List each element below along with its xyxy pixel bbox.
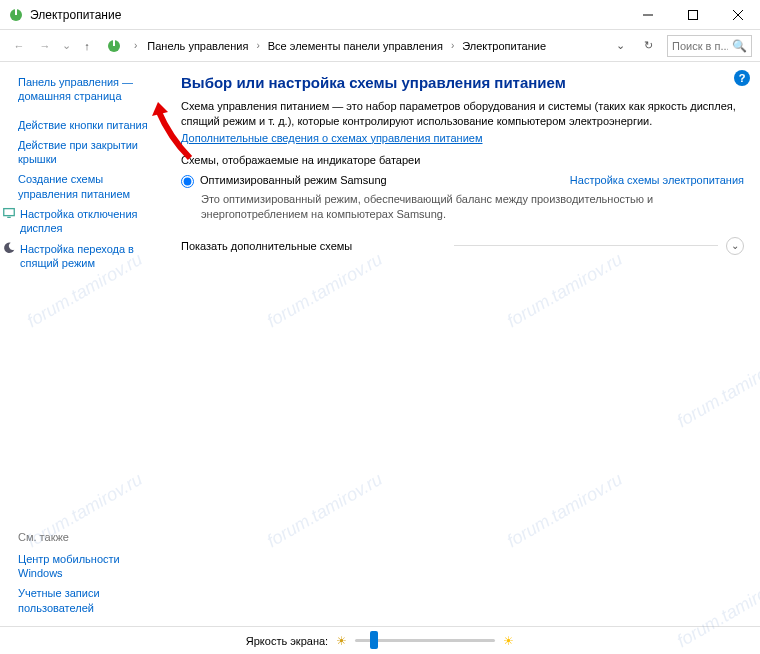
brightness-slider[interactable] bbox=[355, 639, 495, 642]
minimize-button[interactable] bbox=[625, 0, 670, 30]
search-box[interactable]: 🔍 bbox=[667, 35, 752, 57]
slider-thumb[interactable] bbox=[370, 631, 378, 649]
page-description: Схема управления питанием — это набор па… bbox=[181, 99, 744, 130]
chevron-right-icon: › bbox=[451, 40, 454, 51]
help-icon[interactable]: ? bbox=[734, 70, 750, 86]
chevron-right-icon: › bbox=[134, 40, 137, 51]
control-panel-home-link[interactable]: Панель управления — домашняя страница bbox=[18, 72, 157, 107]
chevron-right-icon: › bbox=[256, 40, 259, 51]
learn-more-link[interactable]: Дополнительные сведения о схемах управле… bbox=[181, 132, 483, 144]
close-button[interactable] bbox=[715, 0, 760, 30]
address-dropdown[interactable]: ⌄ bbox=[612, 39, 629, 52]
search-input[interactable] bbox=[672, 40, 728, 52]
page-title: Выбор или настройка схемы управления пит… bbox=[181, 74, 744, 91]
svg-rect-8 bbox=[4, 209, 15, 216]
power-options-icon bbox=[106, 38, 122, 54]
breadcrumb-item[interactable]: Панель управления bbox=[145, 40, 250, 52]
display-icon bbox=[2, 206, 16, 220]
sidebar-link-power-button[interactable]: Действие кнопки питания bbox=[18, 115, 157, 135]
sidebar-link-create-plan[interactable]: Создание схемы управления питанием bbox=[18, 169, 157, 204]
plan-name: Оптимизированный режим Samsung bbox=[200, 174, 564, 186]
user-accounts-link[interactable]: Учетные записи пользователей bbox=[18, 583, 157, 618]
sun-dim-icon: ☀ bbox=[336, 634, 347, 648]
see-also-label: См. также bbox=[18, 531, 157, 543]
brightness-label: Яркость экрана: bbox=[246, 635, 328, 647]
plan-radio-samsung[interactable] bbox=[181, 175, 194, 188]
sun-bright-icon: ☀ bbox=[503, 634, 514, 648]
show-additional-plans[interactable]: Показать дополнительные схемы ⌄ bbox=[181, 237, 744, 255]
svg-rect-3 bbox=[688, 10, 697, 19]
plan-description: Это оптимизированный режим, обеспечивающ… bbox=[201, 192, 744, 223]
chevron-down-icon: ⌄ bbox=[726, 237, 744, 255]
sidebar-link-display-off[interactable]: Настройка отключения дисплея bbox=[20, 204, 157, 239]
moon-icon bbox=[2, 241, 16, 255]
breadcrumb-item[interactable]: Электропитание bbox=[460, 40, 548, 52]
breadcrumb: Панель управления › Все элементы панели … bbox=[145, 35, 608, 57]
plan-settings-link[interactable]: Настройка схемы электропитания bbox=[570, 174, 744, 186]
battery-plans-label: Схемы, отображаемые на индикаторе батаре… bbox=[181, 154, 744, 166]
mobility-center-link[interactable]: Центр мобильности Windows bbox=[18, 549, 157, 584]
svg-rect-1 bbox=[15, 9, 17, 15]
forward-button[interactable]: → bbox=[34, 35, 56, 57]
window-title: Электропитание bbox=[30, 8, 625, 22]
sidebar-link-lid-close[interactable]: Действие при закрытии крышки bbox=[18, 135, 157, 170]
history-dropdown[interactable]: ⌄ bbox=[60, 35, 72, 57]
up-button[interactable]: ↑ bbox=[76, 35, 98, 57]
maximize-button[interactable] bbox=[670, 0, 715, 30]
refresh-button[interactable]: ↻ bbox=[637, 35, 659, 57]
sidebar-link-sleep[interactable]: Настройка перехода в спящий режим bbox=[20, 239, 157, 274]
back-button[interactable]: ← bbox=[8, 35, 30, 57]
power-icon bbox=[8, 7, 24, 23]
search-icon: 🔍 bbox=[732, 39, 747, 53]
svg-rect-7 bbox=[113, 40, 115, 46]
breadcrumb-item[interactable]: Все элементы панели управления bbox=[266, 40, 445, 52]
